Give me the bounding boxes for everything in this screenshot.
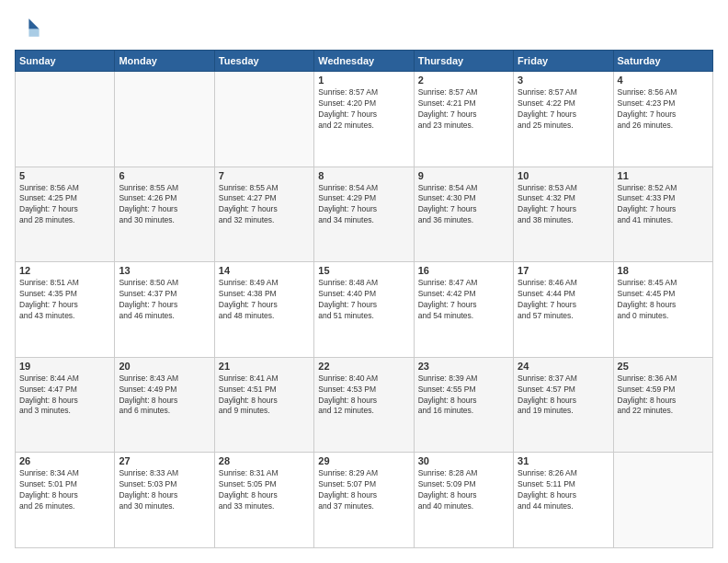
day-info: Sunrise: 8:52 AM Sunset: 4:33 PM Dayligh… xyxy=(618,183,709,227)
calendar-cell: 30Sunrise: 8:28 AM Sunset: 5:09 PM Dayli… xyxy=(414,453,513,548)
day-number: 28 xyxy=(219,455,310,466)
day-header-monday: Monday xyxy=(115,51,214,72)
day-number: 19 xyxy=(19,361,110,372)
calendar-week-2: 12Sunrise: 8:51 AM Sunset: 4:35 PM Dayli… xyxy=(16,262,713,358)
day-info: Sunrise: 8:57 AM Sunset: 4:22 PM Dayligh… xyxy=(518,87,609,132)
page: SundayMondayTuesdayWednesdayThursdayFrid… xyxy=(0,0,728,563)
calendar-cell: 17Sunrise: 8:46 AM Sunset: 4:44 PM Dayli… xyxy=(514,262,613,358)
calendar-cell: 10Sunrise: 8:53 AM Sunset: 4:32 PM Dayli… xyxy=(514,167,613,262)
calendar-cell: 1Sunrise: 8:57 AM Sunset: 4:20 PM Daylig… xyxy=(314,72,414,167)
day-info: Sunrise: 8:26 AM Sunset: 5:11 PM Dayligh… xyxy=(518,468,609,512)
day-info: Sunrise: 8:54 AM Sunset: 4:30 PM Dayligh… xyxy=(418,183,509,227)
day-number: 4 xyxy=(618,75,709,86)
day-number: 27 xyxy=(119,455,210,466)
day-number: 5 xyxy=(19,170,110,181)
calendar-cell: 31Sunrise: 8:26 AM Sunset: 5:11 PM Dayli… xyxy=(514,453,613,548)
day-info: Sunrise: 8:55 AM Sunset: 4:26 PM Dayligh… xyxy=(119,183,210,227)
day-number: 10 xyxy=(518,170,609,181)
day-header-thursday: Thursday xyxy=(414,51,513,72)
day-number: 29 xyxy=(318,455,409,466)
calendar-cell: 7Sunrise: 8:55 AM Sunset: 4:27 PM Daylig… xyxy=(214,167,313,262)
calendar-cell: 8Sunrise: 8:54 AM Sunset: 4:29 PM Daylig… xyxy=(314,167,414,262)
logo-icon xyxy=(15,15,40,40)
day-info: Sunrise: 8:51 AM Sunset: 4:35 PM Dayligh… xyxy=(19,278,110,322)
calendar-cell: 18Sunrise: 8:45 AM Sunset: 4:45 PM Dayli… xyxy=(613,262,712,358)
header xyxy=(15,15,713,40)
day-info: Sunrise: 8:57 AM Sunset: 4:21 PM Dayligh… xyxy=(418,87,509,132)
calendar-cell: 24Sunrise: 8:37 AM Sunset: 4:57 PM Dayli… xyxy=(514,357,613,453)
calendar-cell: 25Sunrise: 8:36 AM Sunset: 4:59 PM Dayli… xyxy=(613,357,712,453)
calendar-cell: 23Sunrise: 8:39 AM Sunset: 4:55 PM Dayli… xyxy=(414,357,513,453)
calendar-cell: 9Sunrise: 8:54 AM Sunset: 4:30 PM Daylig… xyxy=(414,167,513,262)
calendar-cell: 16Sunrise: 8:47 AM Sunset: 4:42 PM Dayli… xyxy=(414,262,513,358)
day-number: 31 xyxy=(518,455,609,466)
day-number: 21 xyxy=(219,361,310,372)
calendar-cell xyxy=(214,72,313,167)
header-row: SundayMondayTuesdayWednesdayThursdayFrid… xyxy=(16,51,713,72)
day-number: 22 xyxy=(318,361,409,372)
day-header-friday: Friday xyxy=(514,51,613,72)
day-number: 15 xyxy=(318,265,409,276)
day-info: Sunrise: 8:28 AM Sunset: 5:09 PM Dayligh… xyxy=(418,468,509,512)
day-info: Sunrise: 8:48 AM Sunset: 4:40 PM Dayligh… xyxy=(318,278,409,322)
day-number: 30 xyxy=(418,455,509,466)
day-number: 18 xyxy=(618,265,709,276)
day-number: 12 xyxy=(19,265,110,276)
calendar-cell: 20Sunrise: 8:43 AM Sunset: 4:49 PM Dayli… xyxy=(115,357,214,453)
day-number: 11 xyxy=(618,170,709,181)
calendar-cell: 26Sunrise: 8:34 AM Sunset: 5:01 PM Dayli… xyxy=(16,453,115,548)
svg-marker-0 xyxy=(28,18,39,29)
day-info: Sunrise: 8:31 AM Sunset: 5:05 PM Dayligh… xyxy=(219,468,310,512)
day-number: 20 xyxy=(119,361,210,372)
day-info: Sunrise: 8:41 AM Sunset: 4:51 PM Dayligh… xyxy=(219,373,310,418)
calendar-header: SundayMondayTuesdayWednesdayThursdayFrid… xyxy=(16,51,713,72)
calendar-cell: 14Sunrise: 8:49 AM Sunset: 4:38 PM Dayli… xyxy=(214,262,313,358)
calendar-week-0: 1Sunrise: 8:57 AM Sunset: 4:20 PM Daylig… xyxy=(16,72,713,167)
day-info: Sunrise: 8:29 AM Sunset: 5:07 PM Dayligh… xyxy=(318,468,409,512)
day-number: 13 xyxy=(119,265,210,276)
calendar-cell xyxy=(16,72,115,167)
day-number: 6 xyxy=(119,170,210,181)
day-info: Sunrise: 8:34 AM Sunset: 5:01 PM Dayligh… xyxy=(19,468,110,512)
day-number: 14 xyxy=(219,265,310,276)
day-number: 26 xyxy=(19,455,110,466)
day-header-tuesday: Tuesday xyxy=(214,51,313,72)
calendar-week-3: 19Sunrise: 8:44 AM Sunset: 4:47 PM Dayli… xyxy=(16,357,713,453)
day-number: 8 xyxy=(318,170,409,181)
day-info: Sunrise: 8:50 AM Sunset: 4:37 PM Dayligh… xyxy=(119,278,210,322)
day-number: 16 xyxy=(418,265,509,276)
day-info: Sunrise: 8:45 AM Sunset: 4:45 PM Dayligh… xyxy=(618,278,709,322)
svg-marker-1 xyxy=(28,29,39,36)
calendar-cell: 2Sunrise: 8:57 AM Sunset: 4:21 PM Daylig… xyxy=(414,72,513,167)
calendar-cell: 29Sunrise: 8:29 AM Sunset: 5:07 PM Dayli… xyxy=(314,453,414,548)
calendar-cell: 22Sunrise: 8:40 AM Sunset: 4:53 PM Dayli… xyxy=(314,357,414,453)
day-info: Sunrise: 8:55 AM Sunset: 4:27 PM Dayligh… xyxy=(219,183,310,227)
day-info: Sunrise: 8:49 AM Sunset: 4:38 PM Dayligh… xyxy=(219,278,310,322)
calendar-cell: 15Sunrise: 8:48 AM Sunset: 4:40 PM Dayli… xyxy=(314,262,414,358)
day-info: Sunrise: 8:47 AM Sunset: 4:42 PM Dayligh… xyxy=(418,278,509,322)
day-info: Sunrise: 8:37 AM Sunset: 4:57 PM Dayligh… xyxy=(518,373,609,418)
day-header-wednesday: Wednesday xyxy=(314,51,414,72)
day-number: 17 xyxy=(518,265,609,276)
calendar-cell: 12Sunrise: 8:51 AM Sunset: 4:35 PM Dayli… xyxy=(16,262,115,358)
calendar-cell xyxy=(613,453,712,548)
calendar-week-4: 26Sunrise: 8:34 AM Sunset: 5:01 PM Dayli… xyxy=(16,453,713,548)
day-info: Sunrise: 8:53 AM Sunset: 4:32 PM Dayligh… xyxy=(518,183,609,227)
calendar-cell: 27Sunrise: 8:33 AM Sunset: 5:03 PM Dayli… xyxy=(115,453,214,548)
day-info: Sunrise: 8:36 AM Sunset: 4:59 PM Dayligh… xyxy=(618,373,709,418)
day-number: 24 xyxy=(518,361,609,372)
calendar-cell: 21Sunrise: 8:41 AM Sunset: 4:51 PM Dayli… xyxy=(214,357,313,453)
calendar-cell: 19Sunrise: 8:44 AM Sunset: 4:47 PM Dayli… xyxy=(16,357,115,453)
day-header-saturday: Saturday xyxy=(613,51,712,72)
calendar-cell: 4Sunrise: 8:56 AM Sunset: 4:23 PM Daylig… xyxy=(613,72,712,167)
day-number: 3 xyxy=(518,75,609,86)
day-info: Sunrise: 8:56 AM Sunset: 4:23 PM Dayligh… xyxy=(618,87,709,132)
day-info: Sunrise: 8:54 AM Sunset: 4:29 PM Dayligh… xyxy=(318,183,409,227)
day-info: Sunrise: 8:39 AM Sunset: 4:55 PM Dayligh… xyxy=(418,373,509,418)
day-info: Sunrise: 8:57 AM Sunset: 4:20 PM Dayligh… xyxy=(318,87,409,132)
day-info: Sunrise: 8:33 AM Sunset: 5:03 PM Dayligh… xyxy=(119,468,210,512)
day-number: 1 xyxy=(318,75,409,86)
day-info: Sunrise: 8:40 AM Sunset: 4:53 PM Dayligh… xyxy=(318,373,409,418)
calendar-table: SundayMondayTuesdayWednesdayThursdayFrid… xyxy=(15,50,713,548)
calendar-cell: 28Sunrise: 8:31 AM Sunset: 5:05 PM Dayli… xyxy=(214,453,313,548)
